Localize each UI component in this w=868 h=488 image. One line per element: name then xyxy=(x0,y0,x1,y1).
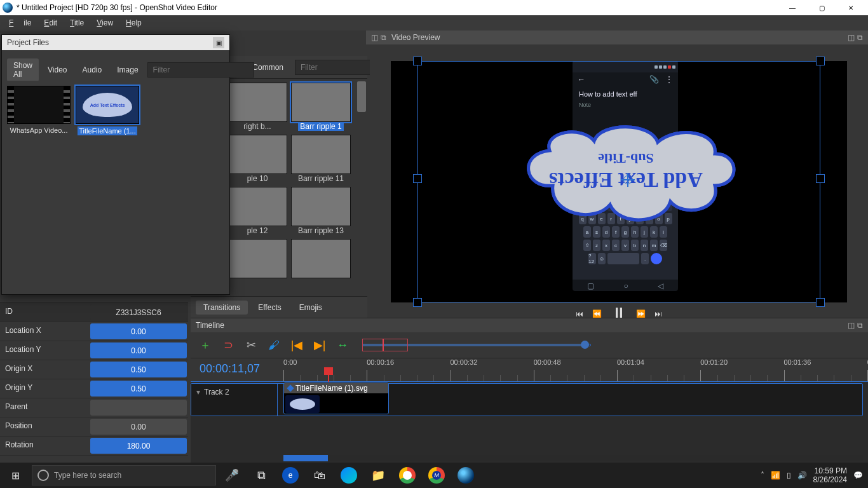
handle-tr[interactable] xyxy=(816,57,825,65)
cloud-icon: Add Text Effects xyxy=(83,93,132,117)
pf-tab-video[interactable]: Video xyxy=(41,63,73,77)
project-file-item[interactable]: WhatsApp Video... xyxy=(7,86,71,134)
project-file-item[interactable]: Add Text Effects TitleFileName (1... xyxy=(76,86,139,137)
tray-date: 8/26/2024 xyxy=(813,475,847,484)
tray-battery-icon[interactable]: ▯ xyxy=(787,471,791,480)
prop-val-locx[interactable]: 0.00 xyxy=(90,323,187,339)
timeline-tracks[interactable]: ▾Track 2 TitleFileName (1).svg xyxy=(191,382,868,463)
transition-item[interactable]: ple 10 xyxy=(227,135,287,183)
edge-icon[interactable] xyxy=(334,463,363,488)
skip-start-button[interactable]: ⏮ xyxy=(576,309,583,318)
transition-item[interactable]: right b... xyxy=(227,83,287,131)
prev-marker-button[interactable]: |◀ xyxy=(290,338,304,352)
tray-clock[interactable]: 10:59 PM 8/26/2024 xyxy=(813,466,847,484)
tray-chevron-icon[interactable]: ˄ xyxy=(761,471,764,480)
timeline-clip[interactable]: TitleFileName (1).svg xyxy=(283,383,389,414)
edge-legacy-icon[interactable]: e xyxy=(276,463,305,488)
window-minimize-button[interactable]: — xyxy=(778,0,807,15)
menu-file[interactable]: File xyxy=(4,17,36,29)
ruler-tick: 00:00:32 xyxy=(451,358,478,366)
close-icon[interactable]: ⧉ xyxy=(857,33,863,42)
transform-box[interactable] xyxy=(417,61,820,302)
center-button[interactable]: ↔ xyxy=(336,338,349,352)
timeline-zoom-slider[interactable] xyxy=(362,339,591,351)
handle-mr[interactable] xyxy=(816,174,825,183)
project-files-panel[interactable]: Project Files ▣ Show All Video Audio Ima… xyxy=(1,34,230,295)
pf-filter-input[interactable] xyxy=(147,62,254,78)
prop-val-origy[interactable]: 0.50 xyxy=(90,381,187,396)
preview-canvas[interactable]: ←📎⋮ How to add text eff Note 1234567890 … xyxy=(391,61,847,302)
forward-button[interactable]: ⏩ xyxy=(636,309,646,318)
rewind-button[interactable]: ⏪ xyxy=(592,309,602,318)
prop-val-pos[interactable]: 0.00 xyxy=(90,419,187,435)
store-icon[interactable]: 🛍 xyxy=(305,463,334,488)
ruler-tick: 0:00 xyxy=(283,358,297,366)
skip-end-button[interactable]: ⏭ xyxy=(654,309,662,318)
marker-button[interactable]: 🖌 xyxy=(267,338,281,352)
snap-button[interactable]: ⊃ xyxy=(221,338,235,352)
search-placeholder: Type here to search xyxy=(54,471,121,480)
prop-val-parent[interactable] xyxy=(90,400,187,416)
chevron-down-icon[interactable]: ▾ xyxy=(196,388,200,396)
window-close-button[interactable]: ✕ xyxy=(836,0,865,15)
tray-volume-icon[interactable]: 🔊 xyxy=(797,471,807,480)
undock-icon[interactable]: ⧉ xyxy=(381,33,386,42)
zoom-window[interactable] xyxy=(362,339,408,351)
pf-tab-audio[interactable]: Audio xyxy=(76,63,109,77)
clip-handle-icon xyxy=(287,384,294,391)
prop-key: Position xyxy=(0,417,89,436)
notifications-icon[interactable]: 💬 xyxy=(853,471,863,480)
tab-emojis[interactable]: Emojis xyxy=(292,301,330,315)
prop-val-rot[interactable]: 180.00 xyxy=(90,438,187,454)
razor-button[interactable]: ✂ xyxy=(244,338,258,352)
handle-ml[interactable] xyxy=(413,174,422,183)
timeline-hscroll[interactable] xyxy=(283,455,863,461)
project-files-close-button[interactable]: ▣ xyxy=(213,37,224,48)
mic-icon[interactable]: 🎤 xyxy=(217,463,247,488)
pf-tab-image[interactable]: Image xyxy=(111,63,144,77)
taskbar-search[interactable]: Type here to search xyxy=(32,465,216,485)
start-button[interactable]: ⊞ xyxy=(0,463,31,488)
menu-view[interactable]: View xyxy=(92,17,118,29)
dock-icon[interactable]: ◫ xyxy=(848,33,855,42)
tab-transitions[interactable]: Transitions xyxy=(196,301,248,315)
project-files-list[interactable]: WhatsApp Video... Add Text Effects Title… xyxy=(2,81,229,294)
window-maximize-button[interactable]: ▢ xyxy=(807,0,836,15)
add-track-button[interactable]: ＋ xyxy=(198,338,212,352)
prop-key: Rotation xyxy=(0,437,89,455)
tab-effects[interactable]: Effects xyxy=(250,301,288,315)
prop-key: Origin Y xyxy=(0,379,89,398)
handle-bl[interactable] xyxy=(413,298,422,307)
transition-item[interactable]: Barr ripple 1 xyxy=(291,83,351,131)
explorer-icon[interactable]: 📁 xyxy=(363,463,393,488)
menu-edit[interactable]: Edit xyxy=(39,17,62,29)
menu-bar: File Edit Title View Help xyxy=(0,15,868,30)
transition-item[interactable]: ple 12 xyxy=(227,187,287,235)
menu-help[interactable]: Help xyxy=(121,17,147,29)
playhead[interactable] xyxy=(324,367,333,375)
openshot-taskbar-icon[interactable] xyxy=(451,463,480,488)
handle-tl[interactable] xyxy=(413,57,422,65)
undock-icon[interactable]: ⧉ xyxy=(857,321,863,330)
pf-tab-showall[interactable]: Show All xyxy=(7,58,39,81)
menu-title[interactable]: Title xyxy=(65,17,89,29)
taskview-icon[interactable]: ⧉ xyxy=(247,463,276,488)
prop-val-origx[interactable]: 0.50 xyxy=(90,362,187,377)
prop-val-locy[interactable]: 0.00 xyxy=(90,342,187,358)
timeline-ruler[interactable]: 00:00:11,07 0:0000:00:1600:00:3200:00:48… xyxy=(191,358,868,382)
transition-item[interactable] xyxy=(291,239,351,278)
track-label: Track 2 xyxy=(204,388,229,396)
transition-item[interactable]: Barr ripple 13 xyxy=(291,187,351,235)
chrome-profile-icon[interactable]: M xyxy=(422,463,451,488)
current-time: 00:00:11,07 xyxy=(200,362,260,376)
transition-item[interactable] xyxy=(227,239,287,278)
transition-item[interactable]: Barr ripple 11 xyxy=(291,135,351,183)
ruler-tick: 00:00:48 xyxy=(534,358,561,366)
dock-icon[interactable]: ◫ xyxy=(371,33,378,42)
handle-br[interactable] xyxy=(816,298,825,307)
dock-icon[interactable]: ◫ xyxy=(848,321,855,330)
tray-time: 10:59 PM xyxy=(813,466,847,475)
tray-wifi-icon[interactable]: 📶 xyxy=(771,471,780,480)
next-marker-button[interactable]: ▶| xyxy=(313,338,327,352)
chrome-icon[interactable] xyxy=(393,463,422,488)
